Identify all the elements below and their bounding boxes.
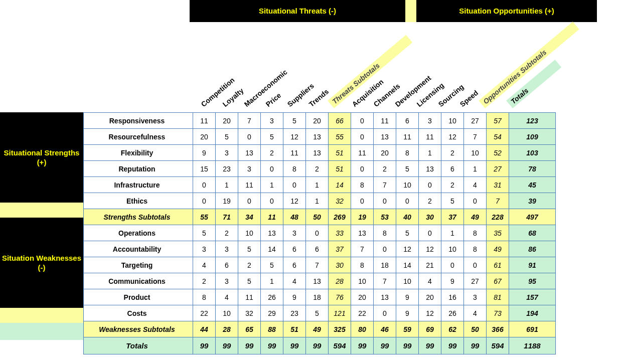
cell: 3 [419, 113, 441, 129]
cell: 88 [261, 321, 283, 337]
row-strengths-subtotals: Strengths Subtotals 557134114850 269 195… [84, 209, 556, 225]
row-totals: Totals 999999999999 594 999999999999 594… [84, 337, 556, 354]
cell: 0 [464, 257, 487, 273]
opps-subtotal: 366 [487, 321, 509, 337]
cell: 0 [261, 161, 283, 177]
cell: 4 [216, 289, 238, 305]
cell: 11 [238, 177, 261, 193]
rowlabel: Costs [84, 305, 193, 321]
cell: 23 [216, 161, 238, 177]
row-ethics: Ethics 01900121 32 000250 7 39 [84, 193, 556, 209]
cell: 28 [216, 321, 238, 337]
threats-subtotal: 51 [329, 161, 351, 177]
cell: 5 [193, 225, 216, 241]
cell: 4 [283, 273, 306, 289]
cell: 99 [464, 337, 487, 354]
cell: 5 [261, 129, 283, 145]
cell: 5 [306, 305, 329, 321]
cell: 5 [441, 193, 464, 209]
cell: 99 [419, 337, 441, 354]
cell: 8 [464, 225, 487, 241]
threats-subtotal: 594 [329, 337, 351, 354]
cell: 9 [283, 289, 306, 305]
row-total: 123 [509, 113, 556, 129]
cell: 6 [306, 241, 329, 257]
cell: 20 [351, 289, 374, 305]
cell: 99 [283, 337, 306, 354]
col-development: Development [394, 74, 433, 108]
row-infrastructure: Infrastructure 0111101 14 8710024 31 45 [84, 177, 556, 193]
cell: 8 [374, 225, 396, 241]
threats-subtotal: 325 [329, 321, 351, 337]
cell: 32 [238, 305, 261, 321]
row-total: 91 [509, 257, 556, 273]
cell: 12 [283, 129, 306, 145]
cell: 6 [283, 257, 306, 273]
rowlabel: Infrastructure [84, 177, 193, 193]
opps-subtotal: 35 [487, 225, 509, 241]
cell: 99 [351, 337, 374, 354]
weaknesses-subtotal-side [0, 308, 83, 323]
cell: 1 [306, 177, 329, 193]
header-divider [405, 0, 416, 22]
cell: 14 [396, 257, 419, 273]
cell: 3 [216, 241, 238, 257]
cell: 29 [261, 305, 283, 321]
cell: 2 [419, 193, 441, 209]
cell: 9 [396, 305, 419, 321]
cell: 0 [193, 177, 216, 193]
threats-subtotal: 14 [329, 177, 351, 193]
cell: 0 [193, 193, 216, 209]
cell: 2 [306, 161, 329, 177]
row-total: 1188 [509, 337, 556, 354]
cell: 15 [193, 161, 216, 177]
cell: 1 [464, 161, 487, 177]
rowlabel: Targeting [84, 257, 193, 273]
cell: 0 [374, 305, 396, 321]
cell: 99 [261, 337, 283, 354]
cell: 7 [464, 129, 487, 145]
cell: 0 [261, 193, 283, 209]
rowlabel: Responsiveness [84, 113, 193, 129]
cell: 1 [216, 177, 238, 193]
cell: 18 [374, 257, 396, 273]
cell: 48 [283, 209, 306, 225]
cell: 12 [396, 241, 419, 257]
cell: 0 [441, 257, 464, 273]
threats-subtotal: 30 [329, 257, 351, 273]
col-price: Price [264, 91, 283, 108]
opps-subtotal: 81 [487, 289, 509, 305]
cell: 10 [396, 177, 419, 193]
cell: 53 [374, 209, 396, 225]
cell: 4 [464, 305, 487, 321]
cell: 4 [193, 257, 216, 273]
cell: 3 [216, 273, 238, 289]
strengths-label: Situational Strengths (+) [0, 112, 83, 203]
cell: 9 [441, 273, 464, 289]
cell: 1 [261, 273, 283, 289]
rowlabel: Operations [84, 225, 193, 241]
strengths-subtotal-side [0, 203, 83, 218]
cell: 2 [216, 225, 238, 241]
cell: 8 [351, 257, 374, 273]
cell: 10 [396, 273, 419, 289]
row-total: 194 [509, 305, 556, 321]
cell: 11 [374, 113, 396, 129]
row-product: Product 841126918 76 2013920163 81 157 [84, 289, 556, 305]
cell: 1 [419, 145, 441, 161]
cell: 10 [238, 225, 261, 241]
cell: 22 [351, 305, 374, 321]
cell: 4 [464, 177, 487, 193]
cell: 7 [374, 273, 396, 289]
rowlabel: Weaknesses Subtotals [84, 321, 193, 337]
cell: 7 [306, 257, 329, 273]
threats-subtotal: 55 [329, 129, 351, 145]
cell: 1 [306, 193, 329, 209]
cell: 12 [441, 129, 464, 145]
cell: 10 [464, 145, 487, 161]
cell: 21 [419, 257, 441, 273]
opps-subtotal: 27 [487, 161, 509, 177]
cell: 9 [396, 289, 419, 305]
cell: 26 [441, 305, 464, 321]
cell: 2 [441, 177, 464, 193]
